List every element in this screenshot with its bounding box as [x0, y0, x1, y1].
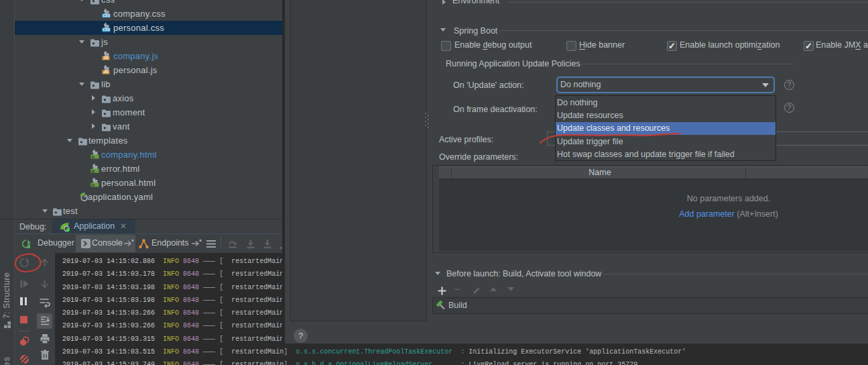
svg-text:H: H	[92, 155, 95, 159]
svg-text:JS: JS	[104, 56, 109, 60]
svg-text:CSS: CSS	[103, 28, 110, 32]
svg-text:JS: JS	[104, 70, 109, 74]
svg-text:H: H	[92, 183, 95, 187]
svg-text:CSS: CSS	[103, 13, 110, 17]
svg-text:H: H	[92, 169, 95, 173]
